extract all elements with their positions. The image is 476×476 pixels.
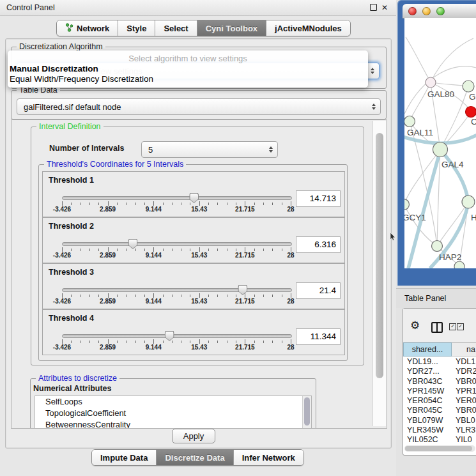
node-label-hap2: HAP2 (439, 252, 461, 262)
table-row[interactable]: YBR045CYBR0 (403, 406, 476, 415)
apply-button[interactable]: Apply (172, 429, 215, 443)
combo-arrows-icon (372, 104, 376, 110)
numerical-attributes-list[interactable]: SelfLoopsTopologicalCoefficientBetweenne… (35, 395, 312, 429)
network-canvas[interactable]: GAL80 G C GAL11 GAL4 GCY1 H HAP2 (404, 18, 476, 268)
settings-scroll-panel: Interval Definition Number of Intervals … (11, 119, 387, 429)
tick-label: 21.715 (235, 206, 255, 213)
list-scrollbar[interactable] (302, 396, 311, 429)
tick-label: -3.426 (53, 298, 71, 305)
threshold-value-field[interactable]: 11.344 (296, 328, 341, 345)
checkbox-icon[interactable]: ✓ (449, 323, 456, 330)
group-title: Discretization Algorithm (17, 42, 105, 51)
tab-label: Infer Network (242, 453, 295, 463)
scrollbar-thumb[interactable] (405, 446, 472, 451)
zoom-traffic-light[interactable] (436, 7, 445, 15)
threshold-row: Threshold 4 -3.4262.8599.14415.4321.7152… (42, 309, 345, 355)
tab-infer-network[interactable]: Infer Network (234, 450, 303, 465)
tab-label: Impute Data (100, 453, 148, 463)
minimize-traffic-light[interactable] (422, 7, 431, 15)
bottom-tab-strip: Impute Data Discretize Data Infer Networ… (91, 449, 304, 466)
combo-arrows-icon (269, 146, 273, 153)
threshold-slider[interactable] (62, 196, 291, 200)
slider-track[interactable] (62, 196, 292, 200)
close-icon[interactable]: ✕ (381, 4, 388, 11)
gear-icon[interactable]: ⚙ (410, 320, 420, 331)
list-item[interactable]: TopologicalCoefficient (35, 408, 311, 419)
table-row[interactable]: YDR27...YDR2 (403, 367, 476, 376)
table-row[interactable]: YIL052CYIL0 (403, 435, 476, 445)
column-header-shared-name[interactable]: shared... (403, 342, 452, 357)
tick-label: 21.715 (235, 252, 255, 259)
list-item[interactable]: BetweennessCentrality (35, 419, 311, 429)
table-row[interactable]: YER054CYER0 (403, 396, 476, 406)
cyni-toolbox-content: Discretization Algorithm Select algorith… (5, 38, 392, 449)
table-horizontal-scrollbar[interactable] (404, 445, 475, 452)
interval-definition-group: Interval Definition Number of Intervals … (31, 127, 364, 365)
list-item[interactable]: SelfLoops (35, 396, 311, 408)
tick-label: 9.144 (146, 344, 162, 351)
table-row[interactable]: YBL079WYBL0 (403, 416, 476, 426)
slider-track[interactable] (62, 242, 292, 246)
tick-label: 9.144 (146, 252, 162, 259)
tick-label: 15.43 (191, 344, 207, 351)
tick-label: 28 (287, 344, 294, 351)
slider-track[interactable] (62, 334, 292, 338)
tab-impute-data[interactable]: Impute Data (92, 450, 157, 465)
split-table-icon[interactable] (431, 322, 443, 333)
popup-item-manual-discretization[interactable]: Manual Discretization (8, 64, 368, 74)
table-panel: ⚙ ✓ ✓ shared... na YDL19...YDL1YDR27...Y… (403, 308, 476, 456)
threshold-value-field[interactable]: 14.713 (296, 190, 341, 207)
tab-select[interactable]: Select (155, 20, 197, 36)
attributes-group: Attributes to discretize Numerical Attri… (30, 378, 316, 429)
tick-label: 2.859 (100, 344, 116, 351)
popup-item-equal-width-frequency[interactable]: Equal Width/Frequency Discretization (8, 74, 368, 84)
threshold-slider[interactable] (62, 334, 291, 338)
tab-style[interactable]: Style (118, 20, 155, 36)
network-window-titlebar (403, 4, 476, 19)
tick-label: 21.715 (235, 298, 255, 305)
tick-label: 28 (287, 252, 294, 259)
algorithm-popup: Select algorithm to view settings Manual… (8, 50, 368, 88)
tick-label: 28 (287, 206, 294, 213)
table-rows: YDL19...YDL1YDR27...YDR2YBR043CYBR0YPR14… (403, 357, 476, 445)
tab-jactivemnodules[interactable]: jActiveMNodules (266, 20, 350, 36)
tick-label: 15.43 (191, 298, 207, 305)
checkbox-icon[interactable]: ✓ (457, 323, 464, 330)
tick-label: 2.859 (100, 252, 116, 259)
close-traffic-light[interactable] (408, 7, 417, 15)
threshold-value-field[interactable]: 6.316 (296, 236, 341, 253)
tab-discretize-data[interactable]: Discretize Data (157, 450, 233, 465)
column-header-name[interactable]: na (452, 342, 476, 357)
threshold-label: Threshold 1 (49, 176, 94, 185)
network-icon (65, 23, 73, 34)
table-data-combobox[interactable]: galFiltered.sif default node (17, 98, 381, 115)
tick-label: 21.715 (235, 344, 255, 351)
threshold-slider[interactable] (62, 288, 291, 292)
float-window-icon[interactable] (370, 4, 377, 11)
table-row[interactable]: YPR145WYPR1 (403, 387, 476, 396)
node-label-gal11: GAL11 (407, 128, 433, 137)
tab-network[interactable]: Network (57, 20, 118, 36)
tick-label: 9.144 (146, 298, 162, 305)
threshold-label: Threshold 4 (49, 314, 94, 323)
threshold-value-field[interactable]: 21.4 (296, 282, 341, 299)
panel-scrollbar[interactable] (372, 121, 386, 426)
combobox-value: galFiltered.sif default node (17, 102, 372, 112)
tick-label: 2.859 (100, 298, 116, 305)
num-intervals-combobox[interactable]: 5 (141, 141, 278, 158)
tick-label: -3.426 (53, 206, 71, 213)
node-label-gal4: GAL4 (441, 160, 464, 169)
combobox-value: 5 (142, 145, 269, 155)
tab-cyni-toolbox[interactable]: Cyni Toolbox (197, 20, 266, 36)
node-label-partial-h: H (471, 213, 476, 222)
table-row[interactable]: YLR345WYLR3 (403, 426, 476, 435)
slider-track[interactable] (62, 288, 292, 292)
tab-label: Select (164, 24, 188, 33)
tab-label: Cyni Toolbox (206, 24, 257, 33)
table-row[interactable]: YDL19...YDL1 (403, 357, 476, 367)
table-panel-title: Table Panel (404, 294, 446, 303)
tab-label: Discretize Data (165, 453, 224, 463)
scrollbar-thumb[interactable] (376, 133, 383, 378)
threshold-slider[interactable] (62, 242, 291, 246)
table-row[interactable]: YBR043CYBR0 (403, 377, 476, 387)
